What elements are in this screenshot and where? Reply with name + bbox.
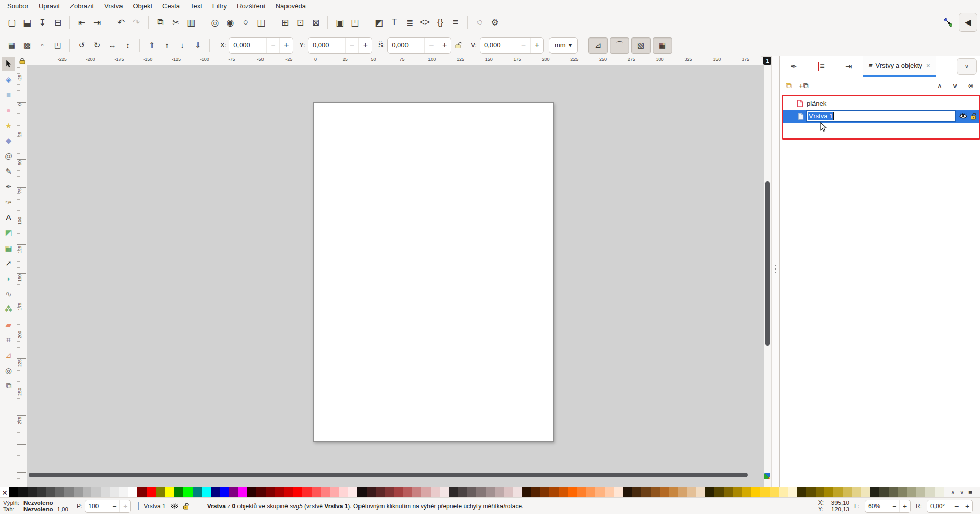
color-swatch[interactable]: [641, 487, 651, 497]
height-decrease-button[interactable]: −: [517, 38, 530, 53]
color-swatch[interactable]: [339, 487, 348, 497]
color-swatch[interactable]: [394, 487, 403, 497]
vertical-ruler[interactable]: -250255075100125150175200225250275: [17, 65, 28, 487]
menu-filtry[interactable]: Filtry: [207, 1, 232, 11]
xml-editor-button[interactable]: <>: [417, 15, 433, 30]
rotate-cw-button[interactable]: ↻: [89, 38, 105, 53]
tool-spray[interactable]: ⁂: [2, 302, 15, 316]
opacity-increase-button[interactable]: +: [119, 500, 130, 512]
color-swatch[interactable]: [412, 487, 421, 497]
create-clone-button[interactable]: ⊡: [293, 15, 308, 30]
tool-mesh-gradient[interactable]: ▦: [2, 240, 15, 255]
menu-upravit[interactable]: Upravit: [34, 1, 65, 11]
invert-selection-button[interactable]: ◳: [50, 38, 65, 53]
x-decrease-button[interactable]: −: [266, 38, 279, 53]
color-swatch[interactable]: [458, 487, 467, 497]
color-swatch[interactable]: [357, 487, 367, 497]
color-swatch[interactable]: [916, 487, 925, 497]
palette-scroll-down-icon[interactable]: ∨: [960, 489, 964, 496]
scale-stroke-toggle-button[interactable]: ⊿: [588, 37, 608, 54]
color-swatch[interactable]: [779, 487, 788, 497]
rotation-increase-button[interactable]: +: [962, 500, 972, 512]
color-swatch[interactable]: [367, 487, 376, 497]
color-swatch[interactable]: [284, 487, 293, 497]
tool-paint-bucket[interactable]: ◗: [2, 271, 15, 286]
rotation-decrease-button[interactable]: −: [951, 500, 962, 512]
x-spinbox[interactable]: 0,000−+: [229, 37, 293, 54]
tool-dropper[interactable]: ➚: [2, 256, 15, 271]
undo-button[interactable]: ↶: [113, 15, 129, 30]
group-button[interactable]: ▣: [332, 15, 347, 30]
layers-dialog-button[interactable]: ≣: [402, 15, 417, 30]
color-swatch[interactable]: [183, 487, 193, 497]
flip-horizontal-button[interactable]: ↔: [105, 38, 120, 53]
color-swatch[interactable]: [266, 487, 275, 497]
raise-to-top-button[interactable]: ⇑: [144, 38, 159, 53]
menu-cesta[interactable]: Cesta: [157, 1, 185, 11]
color-swatch[interactable]: [687, 487, 696, 497]
y-value[interactable]: 0,000: [308, 41, 345, 49]
dock-fill-stroke-tab[interactable]: ✒: [780, 56, 807, 77]
color-swatch[interactable]: [586, 487, 595, 497]
color-swatch[interactable]: [605, 487, 614, 497]
color-swatch[interactable]: [238, 487, 247, 497]
print-button[interactable]: ⊟: [50, 15, 65, 30]
color-swatch[interactable]: [742, 487, 751, 497]
page-selector-button[interactable]: 1: [763, 57, 772, 65]
menu-vrstva[interactable]: Vrstva: [99, 1, 128, 11]
layer-rename-input[interactable]: Vrstva 1: [806, 110, 956, 122]
tool-text[interactable]: A: [2, 210, 15, 225]
menu-text[interactable]: Text: [185, 1, 207, 11]
color-swatch[interactable]: [46, 487, 55, 497]
document-page[interactable]: [313, 102, 554, 442]
color-swatch[interactable]: [486, 487, 495, 497]
y-decrease-button[interactable]: −: [345, 38, 358, 53]
selectors-css-button[interactable]: {}: [433, 15, 448, 30]
zoom-decrease-button[interactable]: −: [889, 500, 899, 512]
color-swatch[interactable]: [37, 487, 46, 497]
color-swatch[interactable]: [504, 487, 513, 497]
ruler-lock[interactable]: [17, 56, 27, 65]
tool-connector[interactable]: ⌗: [2, 332, 15, 347]
zoom-page-width-button[interactable]: ◫: [253, 15, 269, 30]
open-document-button[interactable]: ⬓: [19, 15, 35, 30]
color-swatch[interactable]: [577, 487, 586, 497]
color-swatch[interactable]: [156, 487, 165, 497]
copy-button[interactable]: ⧉: [153, 15, 168, 30]
dock-resize-handle[interactable]: [771, 56, 780, 487]
fill-value[interactable]: Nezvoleno: [23, 500, 53, 506]
color-swatch[interactable]: [128, 487, 137, 497]
move-up-button[interactable]: ∧: [937, 82, 942, 90]
color-swatch[interactable]: [678, 487, 687, 497]
tool-pages-tool[interactable]: ⧉: [2, 378, 15, 393]
rotate-ccw-button[interactable]: ↺: [74, 38, 89, 53]
layer-row-selected[interactable]: Vrstva 1: [783, 110, 979, 123]
color-swatch[interactable]: [440, 487, 449, 497]
find-replace-button[interactable]: ◌: [472, 15, 487, 30]
layer-new-button[interactable]: +⧉: [799, 81, 808, 90]
color-swatch[interactable]: [449, 487, 458, 497]
duplicate-button[interactable]: ⊞: [277, 15, 293, 30]
color-swatch[interactable]: [431, 487, 440, 497]
height-increase-button[interactable]: +: [530, 38, 543, 53]
color-swatch[interactable]: [293, 487, 302, 497]
color-swatch[interactable]: [733, 487, 742, 497]
palette-scroll-up-icon[interactable]: ∧: [951, 489, 955, 496]
tool-tweak[interactable]: ∿: [2, 286, 15, 301]
color-swatch[interactable]: [660, 487, 669, 497]
tool-selector[interactable]: [2, 57, 15, 71]
color-swatch[interactable]: [211, 487, 220, 497]
stroke-value[interactable]: Nezvoleno: [23, 506, 53, 512]
vertical-scrollbar-thumb[interactable]: [765, 181, 770, 346]
vertical-scrollbar[interactable]: [764, 65, 771, 472]
color-swatch[interactable]: [651, 487, 660, 497]
tool-ellipse[interactable]: ●: [2, 103, 15, 117]
color-swatch[interactable]: [376, 487, 385, 497]
deselect-button[interactable]: ▫: [35, 38, 50, 53]
zoom-value[interactable]: 60%: [865, 503, 889, 510]
height-spinbox[interactable]: 0,000−+: [480, 37, 544, 54]
width-increase-button[interactable]: +: [438, 38, 451, 53]
lower-button[interactable]: ↓: [175, 38, 190, 53]
tool-measure[interactable]: ⊿: [2, 348, 15, 362]
color-swatch[interactable]: [879, 487, 889, 497]
